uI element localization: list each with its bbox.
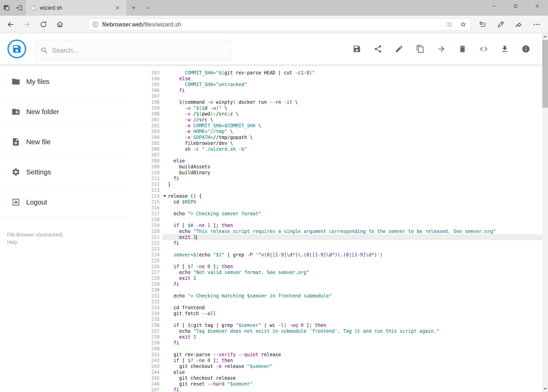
code-line[interactable]: 222 fi — [128, 240, 542, 246]
code-line[interactable]: 216 — [128, 205, 542, 211]
sidebar-item-logout[interactable]: Logout — [0, 187, 128, 217]
code-line[interactable]: 220 echo "This release script requires a… — [128, 228, 542, 234]
reading-view-button[interactable] — [442, 19, 456, 30]
delete-button[interactable] — [456, 40, 470, 58]
code-editor[interactable]: 193 COMMIT_SHA="$(git rev-parse HEAD | c… — [128, 65, 542, 392]
url-text[interactable]: filebrowser.web/files/wizard.sh — [102, 21, 442, 28]
web-note-button[interactable] — [492, 16, 510, 33]
minimize-button[interactable] — [483, 0, 505, 12]
scrollbar-thumb[interactable] — [542, 40, 548, 108]
code-line[interactable]: 236 if [ $(git tag | grep "$semver" | wc… — [128, 322, 542, 328]
forward-button[interactable] — [19, 16, 35, 33]
info-button[interactable] — [519, 40, 533, 58]
code-line[interactable]: 241 git rev-parse --verify --quiet relea… — [128, 352, 542, 357]
page-scrollbar[interactable] — [542, 33, 548, 392]
code-line[interactable]: 208 else — [128, 158, 542, 164]
code-line[interactable]: 247 fi — [128, 387, 542, 392]
code-line[interactable]: 212} — [128, 182, 542, 187]
fold-open-icon[interactable] — [163, 195, 166, 197]
code-line[interactable]: 234 git fetch --all — [128, 311, 542, 316]
code-line[interactable]: 199 -u "$(id -u)" \ — [128, 105, 542, 111]
code-line[interactable]: 202 -e COMMIT_SHA=$COMMIT_SHA \ — [128, 123, 542, 129]
code-line[interactable]: 194 else — [128, 76, 542, 82]
search-input[interactable] — [52, 47, 226, 54]
code-line[interactable]: 231 echo "> Checking matching $semver in… — [128, 293, 542, 299]
filebrowser-logo[interactable] — [7, 40, 26, 58]
tab-preview-toggle[interactable] — [141, 0, 155, 16]
code-line[interactable]: 242 if [ $? -ne 0 ]; then — [128, 357, 542, 364]
code-line[interactable]: 206 sh -c "./wizard.sh -b" — [128, 146, 542, 152]
code-line[interactable]: 240 — [128, 346, 542, 352]
code-line[interactable]: 215 cd $REPO — [128, 199, 542, 205]
code-line[interactable]: 230 — [128, 287, 542, 293]
code-line[interactable]: 200 -v /$(pwd):/src:z \ — [128, 111, 542, 117]
tab-close-button[interactable] — [113, 4, 122, 12]
code-line[interactable]: 245 git checkout release — [128, 375, 542, 381]
sidebar-item-new-file[interactable]: New file — [0, 127, 128, 157]
code-line[interactable]: 218 — [128, 217, 542, 223]
code-line[interactable]: 193 COMMIT_SHA="$(git rev-parse HEAD | c… — [128, 70, 542, 76]
code-line[interactable]: 229 fi — [128, 281, 542, 287]
sidebar-item-new-folder[interactable]: New folder — [0, 97, 128, 127]
code-line[interactable]: 224 semver=$(echo "$1" | grep -P '^v(0|[… — [128, 252, 542, 258]
scroll-up-button[interactable] — [542, 33, 548, 40]
code-line[interactable]: 221 exit 1 — [128, 234, 542, 240]
close-window-button[interactable] — [527, 0, 548, 12]
code-line[interactable]: 201 -w //src \ — [128, 117, 542, 123]
more-menu-button[interactable] — [528, 16, 546, 33]
help-link[interactable]: Help — [7, 238, 63, 246]
code-line[interactable]: 198 $(command -v winpty) docker run --rm… — [128, 99, 542, 105]
rename-button[interactable] — [392, 40, 406, 58]
code-line[interactable]: 233 cd frontend — [128, 305, 542, 311]
code-line[interactable]: 217 echo "> Checking semver format" — [128, 211, 542, 217]
home-button[interactable] — [52, 16, 68, 33]
code-line[interactable]: 227 echo "Not valid semver format. See s… — [128, 269, 542, 275]
add-favorite-button[interactable] — [456, 19, 470, 30]
new-tab-button[interactable] — [127, 0, 141, 16]
move-button[interactable] — [434, 40, 448, 58]
sidebar-item-settings[interactable]: Settings — [0, 157, 128, 187]
code-line[interactable]: 243 git checkout -b release "$semver" — [128, 364, 542, 369]
code-line[interactable]: 219 if [ $# -ne 1 ]; then — [128, 223, 542, 228]
copy-button[interactable] — [413, 40, 427, 58]
code-line[interactable]: 226 if [ $? -ne 0 ]; then — [128, 264, 542, 269]
address-bar[interactable]: filebrowser.web/files/wizard.sh — [88, 18, 471, 30]
code-line[interactable]: 205 filebrowser/dev \ — [128, 140, 542, 146]
code-line[interactable]: 214release () { — [128, 193, 542, 199]
sidebar-item-my-files[interactable]: My files — [0, 67, 128, 97]
code-line[interactable]: 203 -e HOME="//tmp" \ — [128, 129, 542, 134]
download-button[interactable] — [498, 40, 512, 58]
code-line[interactable]: 196 fi — [128, 87, 542, 93]
code-line[interactable]: 238 exit 1 — [128, 334, 542, 340]
code-line[interactable]: 239 fi — [128, 340, 542, 346]
code-line[interactable]: 197 — [128, 93, 542, 99]
refresh-button[interactable] — [35, 16, 52, 33]
code-line[interactable]: 228 exit 1 — [128, 275, 542, 281]
scroll-down-button[interactable] — [542, 386, 548, 392]
code-line[interactable]: 211 fi — [128, 175, 542, 182]
code-line[interactable]: 244 else — [128, 369, 542, 375]
code-line[interactable]: 225 — [128, 258, 542, 264]
code-line[interactable]: 213 — [128, 187, 542, 193]
browser-tab[interactable]: wizard.sh — [26, 0, 127, 16]
code-line[interactable]: 223 — [128, 246, 542, 252]
code-line[interactable]: 204 -e GOPATH=//tmp/gopath \ — [128, 134, 542, 140]
code-editor-button[interactable] — [477, 40, 491, 58]
tabs-you-set-aside-button[interactable] — [0, 0, 13, 16]
share-button[interactable] — [371, 40, 385, 58]
search-box[interactable] — [35, 40, 231, 61]
code-line[interactable]: 246 git reset --hard "$semver" — [128, 381, 542, 387]
code-line[interactable]: 232 — [128, 299, 542, 305]
maximize-button[interactable] — [505, 0, 527, 12]
code-line[interactable]: 209 buildAssets — [128, 164, 542, 170]
save-button[interactable] — [350, 40, 364, 58]
code-line[interactable]: 237 echo "Tag $semver does not exist in … — [128, 328, 542, 334]
code-line[interactable]: 210 buildBinary — [128, 170, 542, 175]
code-line[interactable]: 195 COMMIT_SHA="untracked" — [128, 82, 542, 87]
set-tabs-aside-button[interactable] — [13, 0, 26, 16]
share-button-browser[interactable] — [510, 16, 528, 33]
code-line[interactable]: 207 — [128, 152, 542, 158]
back-button[interactable] — [2, 16, 19, 33]
code-line[interactable]: 235 — [128, 316, 542, 322]
site-info-button[interactable] — [89, 21, 102, 28]
